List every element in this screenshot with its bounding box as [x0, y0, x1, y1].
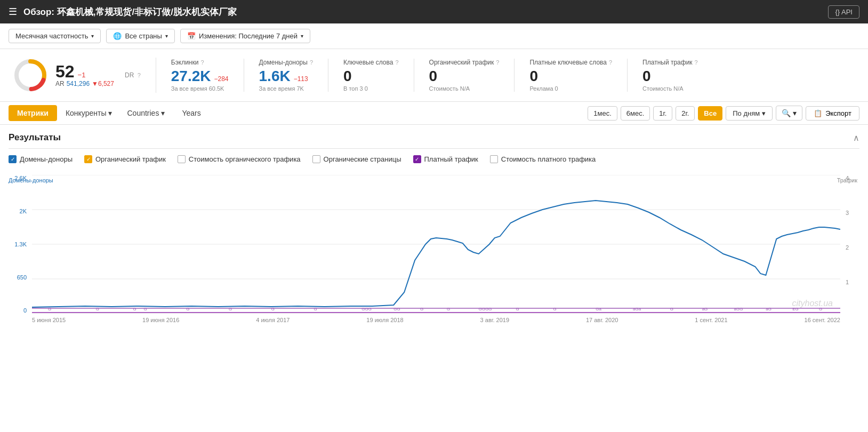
- tab-years[interactable]: Years: [173, 105, 209, 121]
- period-byday-dropdown[interactable]: По дням ▾: [726, 106, 773, 121]
- domains-value: 1.6K: [259, 68, 291, 85]
- svg-text:G: G: [670, 307, 673, 311]
- paid-keywords-info-icon[interactable]: ?: [609, 59, 612, 66]
- dr-label: DR ?: [125, 71, 141, 79]
- globe-icon: 🌐: [113, 32, 122, 40]
- changes-dropdown[interactable]: 📅 Изменения: Последние 7 дней ▾: [180, 29, 310, 43]
- organic-traffic-metric: Органический трафик ? 0 Стоимость N/A: [429, 59, 515, 92]
- api-button[interactable]: {} API: [828, 5, 859, 19]
- chevron-down-icon: ▾: [762, 109, 766, 117]
- svg-text:aG: aG: [766, 307, 771, 311]
- tab-metrics[interactable]: Метрики: [9, 105, 57, 121]
- keywords-info-icon[interactable]: ?: [395, 59, 398, 66]
- chart-area: Домены-доноры Трафик 2.6K 2K 1.3K 650 0 …: [9, 170, 859, 335]
- svg-text:G: G: [314, 307, 317, 311]
- dr-section: 52 −1 AR 541,296 ▼6,527 DR ?: [13, 58, 156, 93]
- ar-row: AR 541,296 ▼6,527: [55, 80, 114, 87]
- export-button[interactable]: 📋 Экспорт: [806, 106, 859, 121]
- tab-countries[interactable]: Countries ▾: [120, 105, 171, 121]
- period-all-button[interactable]: Все: [698, 106, 722, 121]
- paid-traffic-sub: Стоимость N/A: [642, 85, 698, 92]
- dr-info: 52 −1 AR 541,296 ▼6,527: [55, 63, 114, 87]
- svg-text:Ga: Ga: [596, 307, 601, 311]
- svg-text:G: G: [553, 307, 556, 311]
- chevron-down-icon: ▾: [91, 33, 94, 39]
- frequency-dropdown[interactable]: Месячная частотность ▾: [9, 29, 101, 43]
- tabs-left: Метрики Конкуренты ▾ Countries ▾ Years: [9, 105, 210, 121]
- chevron-down-icon: ▾: [793, 109, 797, 117]
- backlinks-label: Бэклинки ?: [171, 59, 229, 66]
- svg-text:aGG: aGG: [734, 307, 743, 311]
- period-2y-button[interactable]: 2г.: [676, 106, 695, 121]
- domains-delta: −113: [294, 75, 308, 83]
- keywords-sub: В топ 3 0: [343, 85, 399, 92]
- results-title: Результаты: [9, 132, 61, 143]
- chevron-down-icon: ▾: [161, 109, 165, 117]
- ar-delta: ▼6,527: [92, 80, 114, 87]
- checkbox-domains-box[interactable]: ✓: [9, 155, 17, 163]
- countries-dropdown[interactable]: 🌐 Все страны ▾: [106, 29, 174, 43]
- backlinks-value: 27.2K: [171, 68, 211, 85]
- search-compare-button[interactable]: 🔍 ▾: [776, 106, 802, 121]
- paid-traffic-label: Платный трафик ?: [642, 59, 698, 66]
- organic-traffic-sub: Стоимость N/A: [429, 85, 500, 92]
- chart-svg: G G G G G G G G GGG GG G G GGGG G G Ga a…: [32, 175, 840, 314]
- svg-text:G: G: [186, 307, 189, 311]
- checkbox-organic-traffic-label: Органический трафик: [95, 155, 166, 163]
- paid-keywords-sub: Реклама 0: [529, 85, 612, 92]
- svg-text:G: G: [447, 307, 450, 311]
- search-icon: 🔍: [782, 109, 791, 117]
- changes-label: Изменения: Последние 7 дней: [199, 32, 298, 40]
- backlinks-info-icon[interactable]: ?: [200, 59, 204, 66]
- paid-traffic-value: 0: [642, 68, 698, 85]
- header: ☰ Обзор: 环鑫机械,常规现货/非标订做/脱水机实体厂家 {} API: [0, 0, 868, 23]
- chevron-down-icon: ▾: [108, 109, 112, 117]
- period-6m-button[interactable]: 6мес.: [621, 106, 650, 121]
- svg-text:aG: aG: [702, 307, 708, 311]
- toolbar: Месячная частотность ▾ 🌐 Все страны ▾ 📅 …: [0, 23, 868, 49]
- domains-metric: Домены-доноры ? 1.6K −113 За все время 7…: [259, 59, 329, 92]
- checkbox-organic-cost-box[interactable]: [178, 155, 186, 163]
- paid-traffic-info-icon[interactable]: ?: [695, 59, 698, 66]
- checkbox-paid-traffic[interactable]: ✓ Платный трафик: [413, 155, 478, 163]
- keywords-value: 0: [343, 68, 399, 85]
- checkbox-domains-label: Домены-доноры: [20, 155, 73, 163]
- svg-text:G: G: [96, 307, 99, 311]
- dr-value: 52: [55, 63, 75, 80]
- checkbox-paid-traffic-box[interactable]: ✓: [413, 155, 421, 163]
- tabs-area: Метрики Конкуренты ▾ Countries ▾ Years 1…: [0, 102, 868, 125]
- export-icon: 📋: [814, 109, 822, 117]
- hamburger-icon[interactable]: ☰: [9, 6, 17, 18]
- chart-y-left: 2.6K 2K 1.3K 650 0: [9, 175, 30, 314]
- checkbox-paid-traffic-label: Платный трафик: [424, 155, 478, 163]
- collapse-button[interactable]: ∧: [853, 133, 859, 143]
- dr-donut: [13, 58, 48, 93]
- checkbox-domains[interactable]: ✓ Домены-доноры: [9, 155, 73, 163]
- tab-competitors[interactable]: Конкуренты ▾: [59, 105, 119, 121]
- checkbox-organic-traffic[interactable]: ✓ Органический трафик: [84, 155, 166, 163]
- checkbox-organic-traffic-box[interactable]: ✓: [84, 155, 92, 163]
- domains-sub: За все время 7K: [259, 85, 314, 92]
- period-1y-button[interactable]: 1г.: [653, 106, 672, 121]
- checkbox-paid-cost[interactable]: Стоимость платного трафика: [490, 155, 596, 163]
- domains-info-icon[interactable]: ?: [310, 59, 313, 66]
- svg-text:GGGG: GGGG: [479, 307, 492, 311]
- organic-traffic-value: 0: [429, 68, 500, 85]
- dr-info-icon[interactable]: ?: [138, 72, 141, 78]
- tabs-right: 1мес. 6мес. 1г. 2г. Все По дням ▾ 🔍 ▾ 📋 …: [588, 106, 859, 121]
- organic-traffic-label: Органический трафик ?: [429, 59, 500, 66]
- dr-delta: −1: [78, 71, 86, 79]
- watermark: cityhost.ua: [792, 299, 833, 308]
- checkbox-paid-cost-label: Стоимость платного трафика: [501, 155, 596, 163]
- checkbox-organic-pages-label: Органические страницы: [324, 155, 401, 163]
- period-1m-button[interactable]: 1мес.: [588, 106, 617, 121]
- organic-traffic-info-icon[interactable]: ?: [496, 59, 499, 66]
- checkbox-organic-pages-box[interactable]: [312, 155, 320, 163]
- checkbox-organic-pages[interactable]: Органические страницы: [312, 155, 401, 163]
- checkbox-organic-cost[interactable]: Стоимость органического трафика: [178, 155, 301, 163]
- frequency-label: Месячная частотность: [15, 32, 88, 40]
- countries-label: Все страны: [125, 32, 162, 40]
- checkbox-paid-cost-box[interactable]: [490, 155, 498, 163]
- svg-text:G: G: [420, 307, 423, 311]
- svg-text:G: G: [133, 307, 136, 311]
